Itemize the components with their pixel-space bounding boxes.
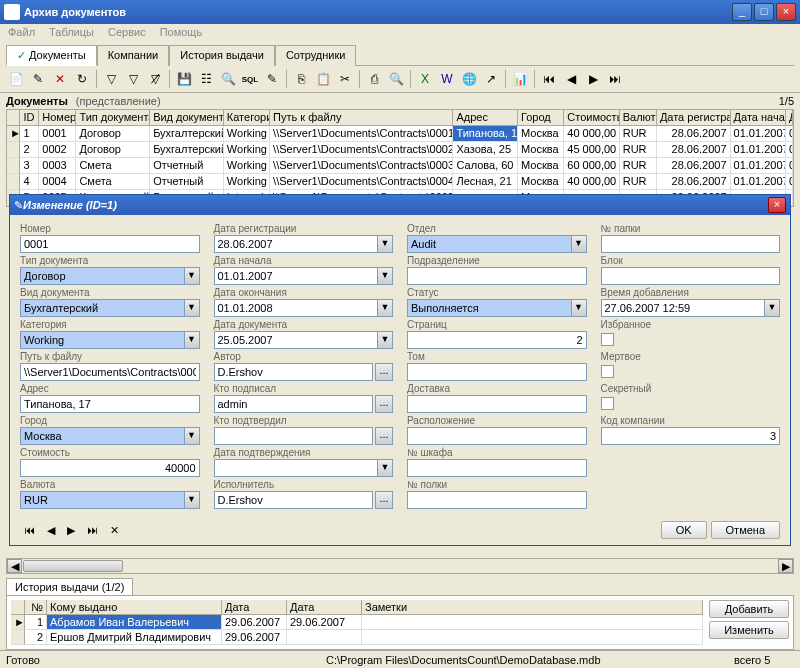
browse-button[interactable]: ... <box>375 395 393 413</box>
block-input[interactable] <box>601 267 781 285</box>
scroll-left-icon[interactable]: ◀ <box>7 559 22 573</box>
cancel-button[interactable]: Отмена <box>711 521 780 539</box>
tb-copy-icon[interactable]: ⎘ <box>291 69 311 89</box>
dropdown-icon[interactable]: ▼ <box>184 331 200 349</box>
horizontal-scrollbar[interactable]: ◀ ▶ <box>6 558 794 574</box>
maximize-button[interactable]: □ <box>754 3 774 21</box>
loc-input[interactable] <box>407 427 587 445</box>
browse-button[interactable]: ... <box>375 491 393 509</box>
cost-input[interactable] <box>20 459 200 477</box>
tb-script-icon[interactable]: ✎ <box>262 69 282 89</box>
deliv-input[interactable] <box>407 395 587 413</box>
dropdown-icon[interactable]: ▼ <box>377 299 393 317</box>
tb-filter-icon[interactable]: ▽ <box>101 69 121 89</box>
signed-input[interactable] <box>214 395 374 413</box>
table-row[interactable]: ►10001ДоговорБухгалтерскийWorking\\Serve… <box>7 126 793 142</box>
edit-button[interactable]: Изменить <box>709 621 789 639</box>
dropdown-icon[interactable]: ▼ <box>571 299 587 317</box>
exec-input[interactable] <box>214 491 374 509</box>
tab-history[interactable]: История выдачи <box>169 45 275 66</box>
scroll-thumb[interactable] <box>23 560 123 572</box>
menu-help[interactable]: Помощь <box>160 26 203 40</box>
browse-button[interactable]: ... <box>375 427 393 445</box>
tb-first-icon[interactable]: ⏮ <box>539 69 559 89</box>
nav-tools-icon[interactable]: ✕ <box>106 522 123 539</box>
browse-button[interactable]: ... <box>375 363 393 381</box>
tb-preview-icon[interactable]: 🔍 <box>386 69 406 89</box>
edit-titlebar[interactable]: ✎ Изменение (ID=1) × <box>10 195 790 215</box>
history-row[interactable]: ►1Абрамов Иван Валерьевич29.06.200729.06… <box>11 615 703 630</box>
kat-input[interactable] <box>20 331 184 349</box>
secret-checkbox[interactable] <box>601 397 614 410</box>
nav-next-icon[interactable]: ▶ <box>63 522 79 539</box>
history-grid[interactable]: № Кому выдано Дата выдачи Дата возврата … <box>11 600 703 645</box>
dropdown-icon[interactable]: ▼ <box>764 299 780 317</box>
dropdown-icon[interactable]: ▼ <box>377 331 393 349</box>
dead-checkbox[interactable] <box>601 365 614 378</box>
tb-next-icon[interactable]: ▶ <box>583 69 603 89</box>
nav-last-icon[interactable]: ⏭ <box>83 522 102 538</box>
dropdown-icon[interactable]: ▼ <box>377 235 393 253</box>
tom-input[interactable] <box>407 363 587 381</box>
subdiv-input[interactable] <box>407 267 587 285</box>
tb-html-icon[interactable]: 🌐 <box>459 69 479 89</box>
dstart-input[interactable] <box>214 267 378 285</box>
tb-tree-icon[interactable]: ☷ <box>196 69 216 89</box>
close-button[interactable]: × <box>776 3 796 21</box>
dropdown-icon[interactable]: ▼ <box>377 459 393 477</box>
tb-chart-icon[interactable]: 📊 <box>510 69 530 89</box>
tb-last-icon[interactable]: ⏭ <box>605 69 625 89</box>
tb-find-icon[interactable]: 🔍 <box>218 69 238 89</box>
nav-prev-icon[interactable]: ◀ <box>43 522 59 539</box>
ok-button[interactable]: OK <box>661 521 707 539</box>
tb-prev-icon[interactable]: ◀ <box>561 69 581 89</box>
table-row[interactable]: 30003СметаОтчетныйWorking\\Server1\Docum… <box>7 158 793 174</box>
cab-input[interactable] <box>407 459 587 477</box>
compcode-input[interactable] <box>601 427 781 445</box>
menu-service[interactable]: Сервис <box>108 26 146 40</box>
dropdown-icon[interactable]: ▼ <box>377 267 393 285</box>
tb-paste-icon[interactable]: 📋 <box>313 69 333 89</box>
tb-delete-icon[interactable]: ✕ <box>50 69 70 89</box>
tb-filter2-icon[interactable]: ▽ <box>123 69 143 89</box>
dropdown-icon[interactable]: ▼ <box>184 267 200 285</box>
tb-excel-icon[interactable]: X <box>415 69 435 89</box>
table-row[interactable]: 20002ДоговорБухгалтерскийWorking\\Server… <box>7 142 793 158</box>
tb-refresh-icon[interactable]: ↻ <box>72 69 92 89</box>
menu-file[interactable]: Файл <box>8 26 35 40</box>
cur-input[interactable] <box>20 491 184 509</box>
history-row[interactable]: 2Ершов Дмитрий Владимирович29.06.2007 <box>11 630 703 645</box>
folder-input[interactable] <box>601 235 781 253</box>
tab-documents[interactable]: ✓Документы <box>6 45 97 66</box>
tb-filteroff-icon[interactable]: ▽̸ <box>145 69 165 89</box>
dend-input[interactable] <box>214 299 378 317</box>
pages-input[interactable] <box>407 331 587 349</box>
edit-close-button[interactable]: × <box>768 197 786 213</box>
dropdown-icon[interactable]: ▼ <box>184 491 200 509</box>
dropdown-icon[interactable]: ▼ <box>184 427 200 445</box>
fav-checkbox[interactable] <box>601 333 614 346</box>
vid-input[interactable] <box>20 299 184 317</box>
dropdown-icon[interactable]: ▼ <box>571 235 587 253</box>
dapprove-input[interactable] <box>214 459 378 477</box>
tb-export-icon[interactable]: ↗ <box>481 69 501 89</box>
tb-save-icon[interactable]: 💾 <box>174 69 194 89</box>
tab-companies[interactable]: Компании <box>97 45 170 66</box>
typ-input[interactable] <box>20 267 184 285</box>
dept-input[interactable] <box>407 235 571 253</box>
tb-edit-icon[interactable]: ✎ <box>28 69 48 89</box>
table-row[interactable]: 40004СметаОтчетныйWorking\\Server1\Docum… <box>7 174 793 190</box>
path-input[interactable] <box>20 363 200 381</box>
scroll-right-icon[interactable]: ▶ <box>778 559 793 573</box>
reg-input[interactable] <box>214 235 378 253</box>
city-input[interactable] <box>20 427 184 445</box>
tb-print-icon[interactable]: ⎙ <box>364 69 384 89</box>
tb-new-icon[interactable]: 📄 <box>6 69 26 89</box>
adr-input[interactable] <box>20 395 200 413</box>
menu-tables[interactable]: Таблицы <box>49 26 94 40</box>
tb-sql-icon[interactable]: SQL <box>240 69 260 89</box>
nav-first-icon[interactable]: ⏮ <box>20 522 39 538</box>
num-input[interactable] <box>20 235 200 253</box>
history-tab[interactable]: История выдачи (1/2) <box>6 578 133 595</box>
approved-input[interactable] <box>214 427 374 445</box>
